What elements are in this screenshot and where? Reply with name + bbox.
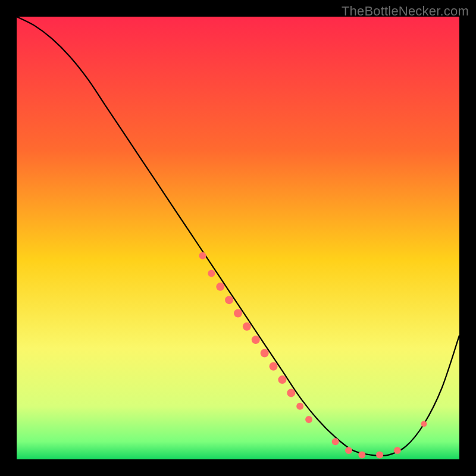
watermark-text: TheBottleNecker.com [342,4,469,19]
bottleneck-chart [17,17,459,459]
marker-point [270,362,278,371]
marker-point [252,336,260,344]
chart-background [17,17,459,459]
marker-point [208,270,215,277]
marker-point [243,322,251,331]
marker-point [332,438,339,445]
marker-point [278,375,286,384]
marker-point [345,447,352,454]
marker-point [421,421,427,427]
marker-point [225,296,233,304]
marker-point [199,252,206,259]
marker-point [216,283,224,291]
marker-point [261,349,269,357]
marker-point [234,309,242,317]
marker-point [358,452,365,459]
chart-container [17,17,459,459]
marker-point [394,447,401,454]
marker-point [296,403,303,410]
marker-point [376,452,383,459]
marker-point [287,389,295,397]
marker-point [305,416,312,423]
